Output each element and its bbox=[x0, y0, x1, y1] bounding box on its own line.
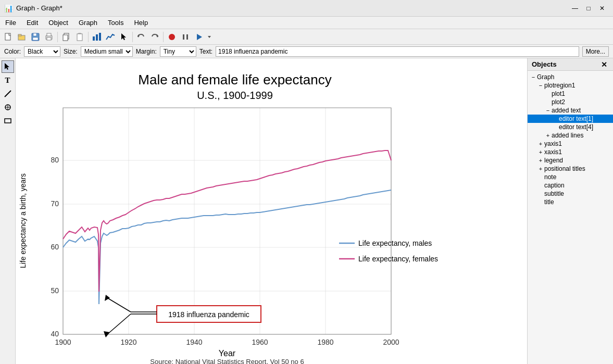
svg-text:1900: 1900 bbox=[55, 338, 71, 346]
svg-marker-22 bbox=[197, 34, 202, 40]
tree-item-yaxis1[interactable]: +yaxis1 bbox=[528, 140, 613, 148]
margin-label: Margin: bbox=[136, 48, 157, 55]
tree-expander-graph[interactable]: − bbox=[530, 74, 537, 80]
svg-text:80: 80 bbox=[51, 156, 59, 164]
copy-button[interactable] bbox=[60, 31, 72, 43]
svg-rect-13 bbox=[93, 36, 95, 41]
svg-text:2000: 2000 bbox=[383, 338, 399, 346]
tree-item-graph[interactable]: −Graph bbox=[528, 73, 613, 81]
color-select[interactable]: Black bbox=[24, 46, 60, 57]
menu-graph[interactable]: Graph bbox=[73, 17, 103, 29]
undo-button[interactable] bbox=[135, 31, 147, 43]
graph-area[interactable]: Male and female life expectancy U.S., 19… bbox=[16, 58, 527, 364]
open-button[interactable] bbox=[16, 31, 28, 43]
tree-item-title[interactable]: title bbox=[528, 198, 613, 206]
tree-label-plot1: plot1 bbox=[552, 90, 565, 97]
new-button[interactable] bbox=[2, 31, 15, 43]
svg-rect-14 bbox=[96, 34, 98, 41]
menu-edit[interactable]: Edit bbox=[21, 17, 43, 29]
svg-marker-24 bbox=[5, 63, 9, 70]
menu-object[interactable]: Object bbox=[43, 17, 73, 29]
svg-text:1980: 1980 bbox=[317, 338, 333, 346]
tree-label-yaxis1: yaxis1 bbox=[544, 140, 562, 147]
menu-tools[interactable]: Tools bbox=[103, 17, 129, 29]
svg-rect-4 bbox=[33, 33, 36, 36]
text-input[interactable] bbox=[216, 46, 579, 57]
tree-label-added-lines: added lines bbox=[552, 132, 583, 139]
select-tool-toolbar[interactable] bbox=[118, 31, 130, 43]
tree-item-added-text[interactable]: −added text bbox=[528, 106, 613, 115]
record-button[interactable] bbox=[166, 31, 178, 43]
rect-tool[interactable] bbox=[2, 115, 14, 127]
main-area: T Male and female life expectancy U.S., … bbox=[0, 58, 613, 364]
tree-label-added-text: added text bbox=[552, 107, 581, 114]
text-tool[interactable]: T bbox=[2, 74, 14, 86]
svg-marker-23 bbox=[208, 36, 211, 38]
redo-button[interactable] bbox=[148, 31, 161, 43]
svg-text:40: 40 bbox=[51, 330, 59, 338]
size-label: Size: bbox=[64, 48, 78, 55]
tree-item-positional-titles[interactable]: +positional titles bbox=[528, 165, 613, 173]
tree-item-legend[interactable]: +legend bbox=[528, 156, 613, 165]
svg-text:1960: 1960 bbox=[252, 338, 268, 346]
menu-bar: File Edit Object Graph Tools Help bbox=[0, 17, 613, 29]
save-button[interactable] bbox=[29, 31, 42, 43]
tree-item-xaxis1[interactable]: +xaxis1 bbox=[528, 148, 613, 156]
margin-select[interactable]: Tiny bbox=[160, 46, 196, 57]
objects-panel-close[interactable]: ✕ bbox=[599, 60, 609, 69]
tree-item-editor-text-1[interactable]: editor text[1] bbox=[528, 115, 613, 123]
tree-item-plot2[interactable]: plot2 bbox=[528, 98, 613, 106]
size-select[interactable]: Medium small bbox=[81, 46, 133, 57]
tree-expander-added-lines[interactable]: + bbox=[544, 132, 552, 139]
svg-point-19 bbox=[169, 34, 175, 40]
svg-rect-21 bbox=[186, 34, 188, 40]
tree-label-plotregion1: plotregion1 bbox=[544, 82, 575, 89]
svg-text:Life expectancy a birth, years: Life expectancy a birth, years bbox=[19, 173, 27, 268]
play-dropdown-button[interactable] bbox=[206, 31, 212, 43]
tree-item-note[interactable]: note bbox=[528, 173, 613, 181]
tools-panel: T bbox=[0, 58, 16, 364]
svg-text:Year: Year bbox=[219, 349, 236, 358]
tree-item-plot1[interactable]: plot1 bbox=[528, 90, 613, 98]
menu-file[interactable]: File bbox=[0, 17, 21, 29]
svg-marker-16 bbox=[121, 33, 126, 40]
pause-button[interactable] bbox=[179, 31, 192, 43]
svg-rect-15 bbox=[99, 33, 101, 41]
tree-item-caption[interactable]: caption bbox=[528, 181, 613, 190]
app-icon: 📊 bbox=[4, 4, 13, 12]
svg-rect-2 bbox=[18, 34, 21, 36]
circle-tool[interactable] bbox=[2, 101, 14, 114]
select-tool[interactable] bbox=[2, 60, 14, 73]
tree-label-note: note bbox=[544, 173, 556, 181]
tree-label-xaxis1: xaxis1 bbox=[544, 148, 562, 156]
menu-help[interactable]: Help bbox=[129, 17, 153, 29]
line-tool[interactable] bbox=[2, 87, 14, 100]
tree-expander-added-text[interactable]: − bbox=[544, 107, 552, 114]
title-bar: 📊 Graph - Graph* — □ ✕ bbox=[0, 0, 613, 17]
tree-label-subtitle: subtitle bbox=[544, 190, 564, 197]
text-label: Text: bbox=[199, 48, 212, 55]
close-button[interactable]: ✕ bbox=[595, 4, 609, 13]
svg-text:Source: National Vital Statist: Source: National Vital Statistics Report… bbox=[150, 358, 304, 364]
bar-chart-button[interactable] bbox=[91, 31, 103, 43]
svg-text:U.S., 1900-1999: U.S., 1900-1999 bbox=[197, 90, 273, 101]
print-button[interactable] bbox=[43, 31, 55, 43]
tree-expander-plotregion1[interactable]: − bbox=[537, 82, 544, 89]
tree-item-editor-text-4[interactable]: editor text[4] bbox=[528, 123, 613, 131]
svg-rect-29 bbox=[5, 119, 11, 123]
play-button[interactable] bbox=[193, 31, 205, 43]
svg-rect-12 bbox=[77, 34, 82, 41]
tree-item-subtitle[interactable]: subtitle bbox=[528, 190, 613, 198]
tree-item-plotregion1[interactable]: −plotregion1 bbox=[528, 81, 613, 90]
minimize-button[interactable]: — bbox=[568, 4, 582, 13]
line-chart-button[interactable] bbox=[104, 31, 117, 43]
tree-item-added-lines[interactable]: +added lines bbox=[528, 131, 613, 140]
maximize-button[interactable]: □ bbox=[582, 4, 595, 13]
svg-text:Life expectancy, males: Life expectancy, males bbox=[358, 239, 432, 247]
tree-expander-legend[interactable]: + bbox=[537, 157, 544, 164]
tree-expander-positional-titles[interactable]: + bbox=[537, 166, 544, 172]
tree-expander-xaxis1[interactable]: + bbox=[537, 149, 544, 155]
tree-expander-yaxis1[interactable]: + bbox=[537, 141, 544, 147]
paste-button[interactable] bbox=[73, 31, 86, 43]
more-button[interactable]: More... bbox=[582, 46, 609, 57]
